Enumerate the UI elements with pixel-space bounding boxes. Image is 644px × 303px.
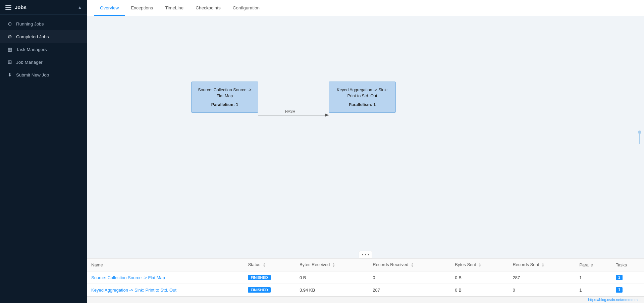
hamburger-icon[interactable]	[5, 5, 11, 10]
job-link[interactable]: Keyed Aggregation -> Sink: Print to Std.…	[91, 288, 176, 293]
table-header-row: Name Status ▲▼ Bytes Received ▲▼ Records…	[87, 259, 644, 271]
cell-records-sent: 0	[508, 284, 575, 296]
sidebar-item-label: Completed Jobs	[16, 34, 49, 39]
job-link[interactable]: Source: Collection Source -> Flat Map	[91, 275, 165, 280]
sidebar-item-task-managers[interactable]: ▦ Task Managers	[0, 43, 87, 56]
tab-bar: Overview Exceptions TimeLine Checkpoints…	[87, 0, 644, 16]
node-source-parallelism: Parallelism: 1	[196, 102, 253, 107]
scroll-handle[interactable]	[638, 131, 641, 144]
tab-checkpoints[interactable]: Checkpoints	[190, 1, 226, 16]
sidebar: Jobs ▲ ⊙ Running Jobs ⊘ Completed Jobs ▦…	[0, 0, 87, 303]
cell-name: Source: Collection Source -> Flat Map	[87, 271, 244, 284]
graph-node-source[interactable]: Source: Collection Source -> Flat Map Pa…	[191, 82, 258, 113]
cell-records-received: 0	[369, 271, 451, 284]
col-header-name: Name	[87, 259, 244, 271]
graph-node-sink[interactable]: Keyed Aggregation -> Sink: Print to Std.…	[329, 82, 396, 113]
sidebar-item-job-manager[interactable]: ⊞ Job Manager	[0, 56, 87, 68]
sort-icons: ▲▼	[479, 262, 481, 268]
cell-records-received: 287	[369, 284, 451, 296]
cell-status: FINISHED	[244, 284, 296, 296]
tab-overview[interactable]: Overview	[94, 1, 125, 16]
sidebar-item-label: Task Managers	[16, 47, 47, 52]
sidebar-item-completed-jobs[interactable]: ⊘ Completed Jobs	[0, 30, 87, 43]
graph-edge-arrow: HASH	[87, 16, 644, 258]
col-header-bytes-received: Bytes Received ▲▼	[296, 259, 369, 271]
edge-label: HASH	[285, 109, 296, 113]
sidebar-item-label: Job Manager	[16, 60, 43, 65]
tab-timeline[interactable]: TimeLine	[159, 1, 190, 16]
sort-icons: ▲▼	[263, 262, 266, 268]
table-row: Keyed Aggregation -> Sink: Print to Std.…	[87, 284, 644, 296]
node-sink-title: Keyed Aggregation -> Sink: Print to Std.…	[334, 87, 391, 99]
col-header-bytes-sent: Bytes Sent ▲▼	[451, 259, 508, 271]
cell-name: Keyed Aggregation -> Sink: Print to Std.…	[87, 284, 244, 296]
sort-icons: ▲▼	[332, 262, 335, 268]
scroll-line	[639, 134, 640, 144]
sidebar-item-running-jobs[interactable]: ⊙ Running Jobs	[0, 17, 87, 30]
sidebar-item-label: Running Jobs	[16, 21, 44, 27]
col-header-tasks: Tasks	[612, 259, 644, 271]
tasks-badge: 1	[616, 287, 623, 293]
node-source-title: Source: Collection Source -> Flat Map	[196, 87, 253, 99]
cell-tasks: 1	[612, 271, 644, 284]
sort-icons: ▲▼	[411, 262, 414, 268]
three-dots-button[interactable]: • • •	[359, 251, 372, 258]
col-header-records-sent: Records Sent ▲▼	[508, 259, 575, 271]
jobs-table: Name Status ▲▼ Bytes Received ▲▼ Records…	[87, 259, 644, 296]
cell-bytes-sent: 0 B	[451, 284, 508, 296]
sidebar-chevron-icon: ▲	[78, 5, 82, 10]
col-header-parallelism: Paralle	[575, 259, 611, 271]
cell-bytes-received: 0 B	[296, 271, 369, 284]
tasks-badge: 1	[616, 275, 623, 280]
job-graph: Source: Collection Source -> Flat Map Pa…	[87, 16, 644, 258]
col-header-records-received: Records Received ▲▼	[369, 259, 451, 271]
job-manager-icon: ⊞	[7, 59, 13, 65]
cell-records-sent: 287	[508, 271, 575, 284]
sidebar-title: Jobs	[15, 4, 78, 10]
sidebar-nav: ⊙ Running Jobs ⊘ Completed Jobs ▦ Task M…	[0, 15, 87, 84]
cell-status: FINISHED	[244, 271, 296, 284]
node-sink-parallelism: Parallelism: 1	[334, 102, 391, 107]
status-badge: FINISHED	[248, 275, 270, 280]
sort-icons: ▲▼	[542, 262, 544, 268]
tab-configuration[interactable]: Configuration	[227, 1, 266, 16]
cell-bytes-sent: 0 B	[451, 271, 508, 284]
col-header-status: Status ▲▼	[244, 259, 296, 271]
jobs-table-area: Name Status ▲▼ Bytes Received ▲▼ Records…	[87, 258, 644, 296]
cell-parallelism: 1	[575, 271, 611, 284]
main-content: Overview Exceptions TimeLine Checkpoints…	[87, 0, 644, 303]
cell-tasks: 1	[612, 284, 644, 296]
running-jobs-icon: ⊙	[7, 21, 13, 27]
sidebar-item-label: Submit New Job	[16, 72, 49, 78]
tab-exceptions[interactable]: Exceptions	[125, 1, 159, 16]
sidebar-header: Jobs ▲	[0, 0, 87, 15]
completed-jobs-icon: ⊘	[7, 34, 13, 40]
submit-job-icon: ⬇	[7, 72, 13, 78]
status-bar: https://blog.csdn.net/mmmmm...	[87, 296, 644, 303]
status-badge: FINISHED	[248, 287, 270, 293]
cell-bytes-received: 3.94 KB	[296, 284, 369, 296]
task-managers-icon: ▦	[7, 46, 13, 52]
sidebar-item-submit-new-job[interactable]: ⬇ Submit New Job	[0, 68, 87, 81]
scroll-dot	[638, 131, 641, 134]
status-url: https://blog.csdn.net/mmmmm...	[588, 298, 641, 302]
table-row: Source: Collection Source -> Flat Map FI…	[87, 271, 644, 284]
cell-parallelism: 1	[575, 284, 611, 296]
